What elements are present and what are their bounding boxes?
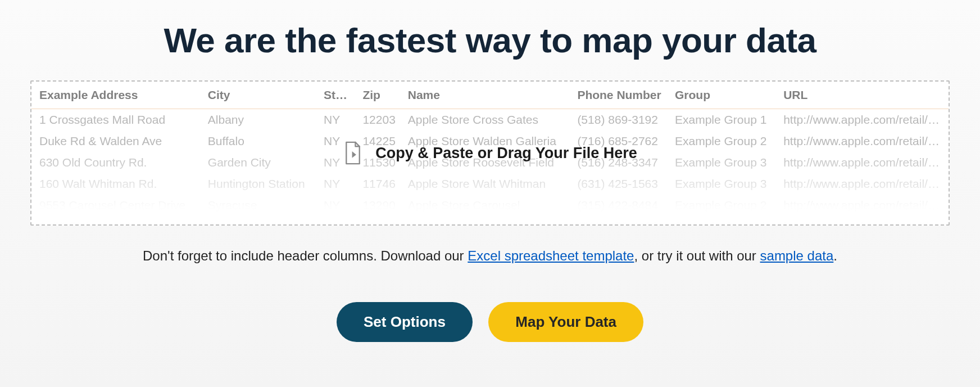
table-cell: Albany (202, 109, 318, 131)
table-cell: 630 Old Country Rd. (31, 152, 202, 173)
table-cell: 11530 (357, 152, 402, 173)
hint-text: Don't forget to include header columns. … (30, 248, 950, 264)
example-data-table: Example Address City State Zip Name Phon… (31, 82, 949, 226)
table-cell: (716) 685-2762 (571, 130, 669, 152)
table-cell: 12203 (357, 109, 402, 131)
table-row: Duke Rd & Walden AveBuffaloNY14225Apple … (31, 130, 949, 152)
table-cell: NY (318, 130, 357, 152)
file-dropzone[interactable]: Example Address City State Zip Name Phon… (30, 80, 950, 226)
table-cell: (518) 869-3192 (571, 109, 669, 131)
table-cell: 14225 (357, 130, 402, 152)
table-cell: Buffalo (202, 130, 318, 152)
table-cell: Staten Island (202, 216, 318, 226)
table-cell: NY (318, 195, 357, 216)
table-cell: http://www.apple.com/retail/walt… (778, 173, 949, 195)
action-buttons: Set Options Map Your Data (30, 302, 950, 342)
table-cell: Apple Store Walt Whitman (402, 173, 572, 195)
table-cell: 2655 Richmond Ave (31, 216, 202, 226)
table-cell: Example Group 2 (669, 130, 778, 152)
table-cell: http://www.apple.com/retail/cro… (778, 109, 949, 131)
table-cell: http://www.apple.com/retail/car… (778, 195, 949, 216)
table-cell: http://www.apple.com/retail/roo… (778, 152, 949, 173)
table-cell: NY (318, 173, 357, 195)
table-cell: Example Group 2 (669, 195, 778, 216)
page-headline: We are the fastest way to map your data (30, 20, 950, 60)
table-cell: (631) 425-1563 (571, 173, 669, 195)
hint-suffix: . (833, 248, 837, 263)
set-options-button[interactable]: Set Options (337, 302, 473, 342)
table-row: 9553 Carousel Center DriveSyracuseNY1329… (31, 195, 949, 216)
table-cell: Apple Store Cross Gates (402, 109, 572, 131)
table-cell: 1 Crossgates Mall Road (31, 109, 202, 131)
col-header-phone: Phone Number (571, 82, 669, 109)
table-cell: NY (318, 109, 357, 131)
excel-template-link[interactable]: Excel spreadsheet template (468, 248, 634, 263)
map-your-data-button[interactable]: Map Your Data (488, 302, 643, 342)
table-cell: Example Group 1 (669, 216, 778, 226)
col-header-name: Name (402, 82, 572, 109)
col-header-group: Group (669, 82, 778, 109)
table-cell: http://www.apple.com/retail/wal… (778, 130, 949, 152)
col-header-zip: Zip (357, 82, 402, 109)
table-cell: Duke Rd & Walden Ave (31, 130, 202, 152)
table-row: 1 Crossgates Mall RoadAlbanyNY12203Apple… (31, 109, 949, 131)
table-cell: NY (318, 216, 357, 226)
col-header-url: URL (778, 82, 949, 109)
table-cell: Apple Store Roosevelt Field (402, 152, 572, 173)
col-header-city: City (202, 82, 318, 109)
table-cell: Syracuse (202, 195, 318, 216)
table-cell: 9553 Carousel Center Drive (31, 195, 202, 216)
table-cell: Example Group 3 (669, 152, 778, 173)
table-cell: (516) 248-3347 (571, 152, 669, 173)
table-cell: (315) 422-8484 (571, 195, 669, 216)
table-cell: Apple Store Walden Galleria (402, 130, 572, 152)
sample-data-link[interactable]: sample data (760, 248, 834, 263)
table-row: 160 Walt Whitman Rd.Huntington StationNY… (31, 173, 949, 195)
table-cell: 11746 (357, 173, 402, 195)
table-row: 630 Old Country Rd.Garden CityNY11530App… (31, 152, 949, 173)
table-cell: (718) 477-4180 (571, 216, 669, 226)
table-cell: NY (318, 152, 357, 173)
table-row: 2655 Richmond AveStaten IslandNY10314App… (31, 216, 949, 226)
table-cell: 10314 (357, 216, 402, 226)
table-cell: 13290 (357, 195, 402, 216)
table-cell: Garden City (202, 152, 318, 173)
hint-prefix: Don't forget to include header columns. … (143, 248, 468, 263)
table-cell: Apple Store Staten Island (402, 216, 572, 226)
table-cell: 160 Walt Whitman Rd. (31, 173, 202, 195)
col-header-address: Example Address (31, 82, 202, 109)
table-cell: http://www.apple.com/retail/sta… (778, 216, 949, 226)
hint-middle: , or try it out with our (634, 248, 760, 263)
table-cell: Example Group 1 (669, 109, 778, 131)
col-header-state: State (318, 82, 357, 109)
table-header-row: Example Address City State Zip Name Phon… (31, 82, 949, 109)
table-cell: Apple Store Carousel (402, 195, 572, 216)
table-cell: Example Group 3 (669, 173, 778, 195)
table-cell: Huntington Station (202, 173, 318, 195)
